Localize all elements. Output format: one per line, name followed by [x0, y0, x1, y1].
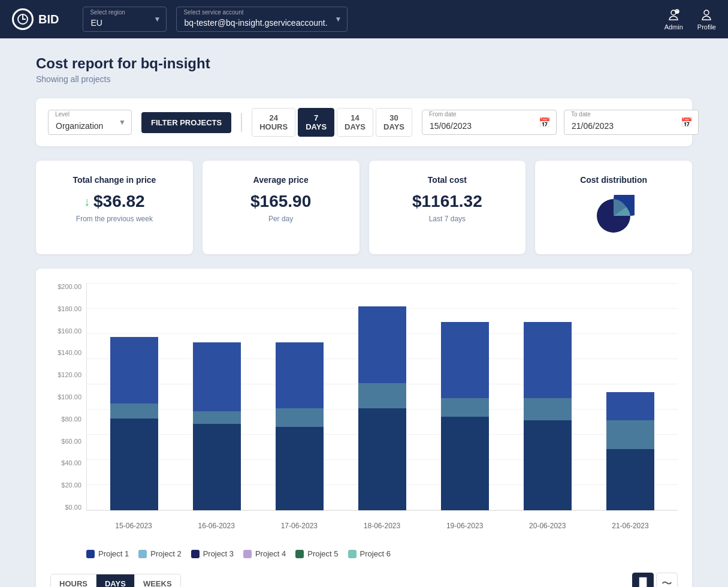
level-label: Level: [55, 111, 70, 118]
admin-label: Admin: [664, 23, 683, 31]
bar-group-4: [441, 322, 489, 511]
bar-group-3: [358, 306, 406, 510]
bar-group-1: [193, 342, 241, 511]
cost-distribution-title: Cost distribution: [547, 175, 680, 185]
time-filter-group: 24 HOURS 7 DAYS 14 DAYS 30 DAYS: [252, 108, 412, 137]
logo: BID: [12, 8, 59, 30]
legend-item-3: Project 4: [243, 549, 286, 558]
cost-distribution-chart: [547, 192, 680, 240]
y-label-200: $200.00: [50, 283, 86, 290]
bar-group-6: [606, 392, 654, 510]
bar-segment-3-0: [358, 408, 406, 510]
total-change-sub: From the previous week: [48, 215, 181, 223]
y-label-180: $180.00: [50, 305, 86, 312]
legend-label-2: Project 3: [203, 549, 234, 558]
service-label: Select service account: [183, 9, 243, 16]
x-label-0: 15-06-2023: [110, 522, 158, 530]
bar-group-0: [110, 337, 158, 510]
bar-segment-4-2: [441, 322, 489, 399]
bar-segment-0-1: [110, 404, 158, 419]
bar-segment-2-0: [276, 427, 324, 510]
legend-dot-4: [295, 550, 304, 558]
bar-chart-icon: ▐▌: [635, 577, 651, 588]
line-chart-type-button[interactable]: 〜: [656, 573, 678, 587]
total-change-card: Total change in price ↓ $36.82 From the …: [36, 161, 193, 254]
region-select-wrapper: Select region EU US ▼: [83, 7, 167, 32]
logo-text: BID: [38, 13, 59, 26]
time-7d[interactable]: 7 DAYS: [298, 108, 334, 137]
y-label-100: $100.00: [50, 393, 86, 401]
tab-project[interactable]: PROJECT: [241, 113, 242, 132]
legend-label-0: Project 1: [98, 549, 129, 558]
bar-stack-0: [110, 337, 158, 510]
x-label-1: 16-06-2023: [192, 522, 240, 530]
legend-item-5: Project 6: [348, 549, 391, 558]
bar-segment-0-2: [110, 337, 158, 404]
total-cost-title: Total cost: [381, 175, 514, 185]
admin-button[interactable]: ⚙ Admin: [664, 8, 683, 31]
legend-label-5: Project 6: [360, 549, 391, 558]
view-weeks[interactable]: WEEKS: [135, 574, 180, 588]
bar-segment-5-0: [524, 420, 572, 510]
chart-area: [86, 283, 678, 511]
bar-stack-1: [193, 342, 241, 511]
bar-stack-2: [276, 342, 324, 511]
total-change-amount: $36.82: [93, 192, 145, 211]
time-14d[interactable]: 14 DAYS: [337, 108, 373, 137]
bar-group-5: [524, 322, 572, 511]
filter-bar: Level Organization Project ▼ FILTER PROJ…: [36, 98, 692, 146]
legend-item-0: Project 1: [86, 549, 129, 558]
header-right: ⚙ Admin Profile: [664, 8, 716, 31]
bar-segment-2-2: [276, 342, 324, 409]
y-label-120: $120.00: [50, 371, 86, 378]
total-cost-value: $1161.32: [381, 192, 514, 211]
stats-row: Total change in price ↓ $36.82 From the …: [36, 161, 692, 254]
total-change-title: Total change in price: [48, 175, 181, 185]
page-title: Cost report for bq-insight: [36, 55, 692, 72]
svg-point-4: [704, 10, 709, 15]
time-30d[interactable]: 30 DAYS: [376, 108, 412, 137]
to-date-label: To date: [571, 111, 591, 118]
view-hours[interactable]: HOURS: [51, 574, 96, 588]
profile-button[interactable]: Profile: [697, 8, 716, 31]
y-label-140: $140.00: [50, 349, 86, 356]
y-label-60: $60.00: [50, 438, 86, 445]
bar-segment-3-2: [358, 306, 406, 383]
legend-label-4: Project 5: [307, 549, 338, 558]
chart-legend: Project 1Project 2Project 3Project 4Proj…: [50, 544, 678, 568]
average-price-title: Average price: [215, 175, 348, 185]
from-date-wrapper: From date 📅: [422, 110, 557, 135]
legend-dot-0: [86, 550, 95, 558]
y-label-20: $20.00: [50, 481, 86, 489]
service-select-wrapper: Select service account bq-tester@bq-insi…: [176, 7, 348, 32]
x-label-6: 21-06-2023: [606, 522, 654, 530]
legend-item-4: Project 5: [295, 549, 338, 558]
profile-icon: [699, 8, 714, 22]
total-cost-card: Total cost $1161.32 Last 7 days: [369, 161, 526, 254]
legend-dot-5: [348, 550, 357, 558]
bar-chart-type-button[interactable]: ▐▌: [632, 573, 654, 587]
view-tab-group: PROJECT USER LABEL: [241, 113, 242, 133]
admin-icon: ⚙: [666, 8, 681, 22]
y-label-160: $160.00: [50, 327, 86, 335]
down-arrow-icon: ↓: [84, 195, 90, 209]
bars-container: [87, 283, 678, 510]
legend-dot-2: [191, 550, 200, 558]
header-selects: Select region EU US ▼ Select service acc…: [83, 7, 652, 32]
bar-segment-0-0: [110, 419, 158, 510]
filter-projects-button[interactable]: FILTER PROJECTS: [141, 112, 231, 133]
average-price-sub: Per day: [215, 215, 348, 223]
bar-group-2: [276, 342, 324, 511]
x-label-4: 19-06-2023: [441, 522, 489, 530]
bar-segment-5-1: [524, 398, 572, 420]
bar-segment-5-2: [524, 322, 572, 399]
bar-segment-4-0: [441, 417, 489, 510]
view-days[interactable]: DAYS: [96, 574, 135, 588]
header: BID Select region EU US ▼ Select service…: [0, 0, 728, 38]
to-date-wrapper: To date 📅: [564, 110, 699, 135]
legend-dot-1: [138, 550, 147, 558]
time-24h[interactable]: 24 HOURS: [252, 108, 295, 137]
bar-segment-4-1: [441, 398, 489, 417]
time-view-group: HOURS DAYS WEEKS: [50, 574, 181, 588]
bar-stack-4: [441, 322, 489, 511]
